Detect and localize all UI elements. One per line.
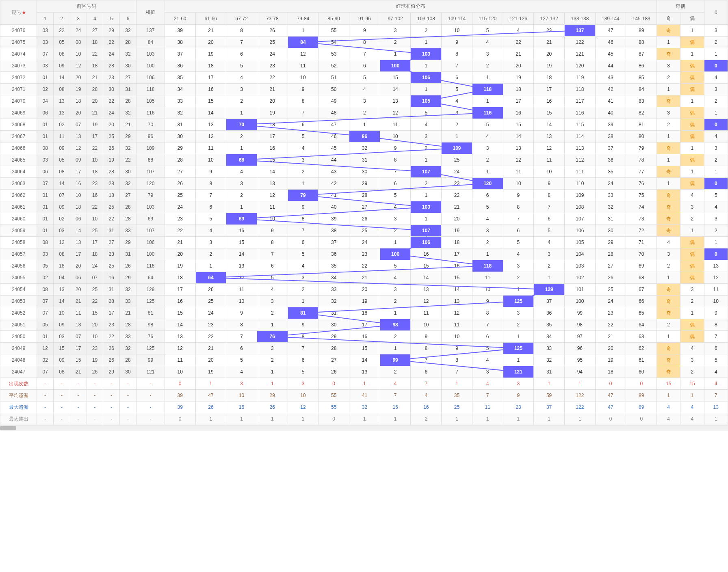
dist-cell: 16 xyxy=(257,142,288,154)
odd-cell: 奇 xyxy=(657,225,680,237)
dist-cell: 2 xyxy=(472,154,503,166)
dist-cell: 3 xyxy=(257,296,288,307)
dist-cell: 1 xyxy=(472,166,503,178)
dist-cell: 14 xyxy=(503,131,534,142)
sum-cell: 68 xyxy=(136,154,165,166)
dist-cell: 3 xyxy=(503,260,534,272)
stat-cell: 39 xyxy=(165,401,195,413)
dist-cell: 3 xyxy=(472,48,503,60)
period-cell: 24057 xyxy=(0,248,37,260)
front-num: 13 xyxy=(54,284,70,296)
dist-cell: 3 xyxy=(380,25,411,37)
dist-cell: 38 xyxy=(165,37,195,48)
even-cell: 偶 xyxy=(680,319,704,331)
table-row: 2406307141623283212026831314229622312010… xyxy=(0,178,728,190)
dist-cell: 11 xyxy=(442,319,472,331)
stat-label: 出现次数 xyxy=(0,378,37,390)
table-row: 2406001020610222869235691083926312047610… xyxy=(0,213,728,225)
dist-cell: 36 xyxy=(534,307,565,319)
table-row: 2407503050818222884382072584548219422211… xyxy=(0,37,728,48)
dist-cell: 24 xyxy=(442,166,472,178)
dist-cell: 13 xyxy=(411,284,442,296)
stat-cell: - xyxy=(37,378,54,390)
dist-cell: 3 xyxy=(349,95,380,107)
dist-cell: 1 xyxy=(534,272,565,284)
front-num: 14 xyxy=(54,178,70,190)
period-cell: 24075 xyxy=(0,37,37,48)
front-num: 26 xyxy=(103,142,120,154)
dist-cell: 19 xyxy=(257,107,288,119)
dist-cell: 4 xyxy=(472,213,503,225)
front-num: 28 xyxy=(120,213,136,225)
stat-cell: 1 xyxy=(257,413,288,425)
stat-cell: 26 xyxy=(257,401,288,413)
dist-cell: 19 xyxy=(503,72,534,84)
front-num: 22 xyxy=(103,331,120,343)
dist-cell: 118 xyxy=(472,84,503,95)
period-cell: 24063 xyxy=(0,178,37,190)
dist-cell: 98 xyxy=(380,319,411,331)
col-period[interactable]: 期号◆ xyxy=(0,0,37,25)
front-num: 22 xyxy=(87,296,103,307)
dist-cell: 7 xyxy=(288,107,318,119)
dist-cell: 20 xyxy=(442,213,472,225)
front-num: 07 xyxy=(54,190,70,201)
dist-cell: 14 xyxy=(349,354,380,366)
stat-cell: 89 xyxy=(626,401,657,413)
front-num: 08 xyxy=(54,166,70,178)
col-dist-0: 21-60 xyxy=(165,13,195,25)
dist-cell: 16 xyxy=(349,331,380,343)
dist-cell: 7 xyxy=(288,343,318,354)
dist-cell: 41 xyxy=(595,95,626,107)
dist-cell: 43 xyxy=(318,166,349,178)
even-cell: 4 xyxy=(680,190,704,201)
even-cell: 偶 xyxy=(680,72,704,84)
front-num: 15 xyxy=(87,307,103,319)
odd-cell: 1 xyxy=(657,178,680,190)
dist-cell: 26 xyxy=(195,284,226,296)
front-num: 25 xyxy=(87,225,103,237)
period-cell: 24062 xyxy=(0,190,37,201)
dist-cell: 2 xyxy=(380,366,411,378)
front-num: 33 xyxy=(120,331,136,343)
sum-cell: 64 xyxy=(136,272,165,284)
front-num: 07 xyxy=(70,331,87,343)
dist-cell: 13 xyxy=(257,178,288,190)
dist-cell: 98 xyxy=(564,319,595,331)
stat-cell: 4 xyxy=(657,401,680,413)
dist-cell: 84 xyxy=(626,84,657,95)
front-num: 07 xyxy=(37,296,54,307)
zero-cell: 0 xyxy=(704,248,728,260)
sum-cell: 137 xyxy=(136,25,165,37)
front-num: 23 xyxy=(103,248,120,260)
front-num: 25 xyxy=(103,260,120,272)
dist-cell: 12 xyxy=(380,107,411,119)
stat-cell: - xyxy=(87,390,103,401)
dist-cell: 117 xyxy=(564,95,595,107)
stat-cell: 3 xyxy=(226,378,257,390)
dist-cell: 1 xyxy=(411,84,442,95)
dist-cell: 4 xyxy=(503,248,534,260)
dist-cell: 10 xyxy=(442,25,472,37)
dist-cell: 26 xyxy=(165,178,195,190)
dist-cell: 9 xyxy=(380,142,411,154)
stat-cell: 0 xyxy=(626,378,657,390)
scrollbar-thumb[interactable] xyxy=(0,426,16,430)
dist-cell: 66 xyxy=(626,296,657,307)
front-num: 09 xyxy=(70,154,87,166)
front-num: 02 xyxy=(54,119,70,131)
front-num: 05 xyxy=(54,37,70,48)
dist-cell: 82 xyxy=(626,107,657,119)
table-row: 2407201142021232710635174221051515106611… xyxy=(0,72,728,84)
stat-label: 最大遗漏 xyxy=(0,401,37,413)
dist-cell: 1 xyxy=(380,237,411,248)
stat-cell: 39 xyxy=(165,390,195,401)
dist-cell: 16 xyxy=(411,248,442,260)
odd-cell: 4 xyxy=(657,237,680,248)
front-num: 17 xyxy=(70,166,87,178)
front-num: 22 xyxy=(87,48,103,60)
dist-cell: 85 xyxy=(626,72,657,84)
horizontal-scrollbar[interactable] xyxy=(0,425,728,431)
stat-cell: - xyxy=(70,413,87,425)
table-row: 2405001030710223376132277682916291061349… xyxy=(0,331,728,343)
